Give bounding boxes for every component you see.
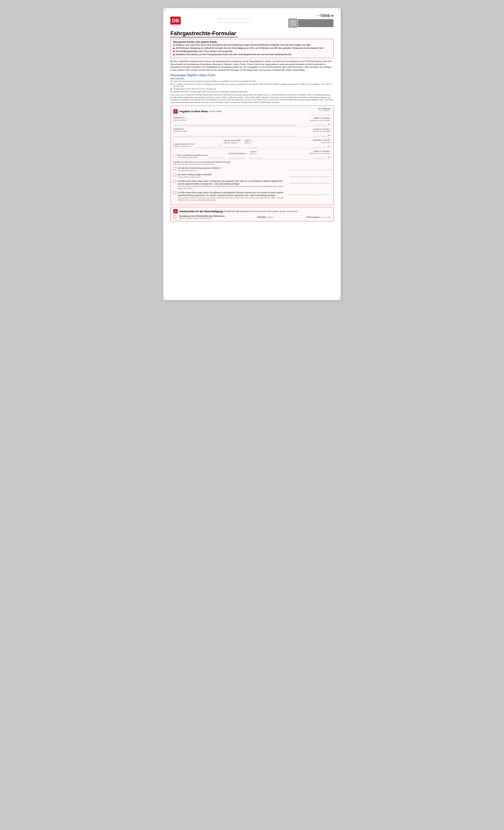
departure-label-de: Startbahnhof*	[174, 117, 297, 119]
section-2-num: 2	[174, 209, 178, 214]
cb1-station-5[interactable]	[323, 167, 330, 170]
form-title-de: Fahrgastrechte-Formular	[170, 30, 334, 37]
checkbox-row-2: Der letzte Umstieg erfolgte im Bahnhof M…	[174, 173, 330, 178]
cb2-station-2[interactable]	[297, 173, 305, 177]
divider-1	[174, 126, 330, 127]
checkbox-3-text-de: Ich habe meine Reise wegen dieser Verspä…	[178, 180, 287, 185]
cb3-station-2[interactable]	[297, 180, 305, 183]
payout-label-de: Auszahlung in der Verkaufsstelle oder Üb…	[179, 215, 224, 217]
arrival-time-group: Ankunft lt. Fahrplan*: Arrival as per ti…	[299, 128, 330, 136]
desc-de: Mit dem ausgefüllten Fahrgastrechte-Form…	[170, 60, 334, 71]
divider-4	[174, 159, 330, 160]
cb3-station-5[interactable]	[323, 180, 330, 183]
arrived-day-input[interactable]	[196, 144, 201, 148]
checkbox-1[interactable]	[174, 167, 176, 170]
departure-label-en: Departure station	[174, 119, 297, 121]
delay-time-label-en: Departure as per timetable*:	[310, 152, 330, 154]
cb4-station-4[interactable]	[314, 191, 322, 195]
header-top: DB ···TBNE⇒	[170, 13, 334, 28]
voucher-label-de: Gutschein	[257, 216, 266, 218]
cb4-station-1[interactable]	[289, 191, 297, 195]
cb4-station-5[interactable]	[323, 191, 330, 195]
section-2-title-en: Preferred compensation (please tick the …	[251, 210, 298, 213]
departure-station-input[interactable]	[174, 122, 297, 125]
arrived-year-input[interactable]	[209, 144, 216, 148]
checkbox-3-text-group: Ich habe meine Reise wegen dieser Verspä…	[178, 180, 287, 190]
arrived-month-input[interactable]	[203, 144, 208, 148]
en-bullet-icon-2: ■	[170, 88, 172, 90]
departure-time-label-en: Departure as per timetable*:	[310, 119, 330, 121]
cb1-station-4[interactable]	[314, 167, 322, 170]
cb2-station-4[interactable]	[314, 173, 322, 177]
arrival-label-de: Zielbahnhof*	[174, 128, 297, 130]
cb4-station-3[interactable]	[306, 191, 314, 195]
delay-time-minute-input[interactable]	[321, 155, 327, 158]
corner-decoration-tl	[164, 9, 166, 11]
header-input-field[interactable]	[219, 19, 250, 23]
delay-time-label-de: Abfahrt lt. Fahrplan*:	[313, 150, 330, 152]
cb3-station-1[interactable]	[289, 180, 297, 183]
info-block-de: Sehr geehrte Kundin, sehr geehrter Kunde…	[170, 39, 334, 58]
actual-arrival-minute-input[interactable]	[321, 144, 327, 148]
train-num-input[interactable]	[245, 144, 258, 148]
payout-row: Auszahlung in der Verkaufsstelle oder Üb…	[174, 215, 330, 219]
arrival-hour-input[interactable]	[313, 133, 319, 136]
date-month-field[interactable]	[317, 111, 322, 115]
cb3-station-4[interactable]	[314, 180, 322, 183]
departure-hour-input[interactable]	[313, 122, 319, 125]
db-logo: DB	[170, 17, 181, 25]
cb3-station-3[interactable]	[306, 180, 314, 183]
payout-checkbox[interactable]	[174, 216, 176, 219]
arrival-time-label-en: Arrival as per timetable*:	[312, 130, 330, 132]
voucher-label-en: Voucher	[267, 216, 273, 218]
date-year-field[interactable]	[324, 111, 330, 115]
cb1-station-1[interactable]	[289, 167, 297, 170]
cb4-station-2[interactable]	[297, 191, 305, 195]
checkbox-row-3: Ich habe meine Reise wegen dieser Verspä…	[174, 180, 330, 190]
en-bullet-icon-1: ■	[170, 83, 172, 85]
checkbox-3[interactable]	[174, 180, 176, 183]
arrival-minute-input[interactable]	[321, 133, 327, 136]
train-type-label-de: mit Zug: (ICE/IC/RE/	[224, 139, 241, 142]
delayed-train-checkbox[interactable]	[174, 155, 175, 158]
cb2-station-3[interactable]	[306, 173, 314, 177]
cb1-station-3[interactable]	[306, 167, 314, 170]
actual-arrival-hour-input[interactable]	[313, 144, 319, 148]
delay-train-type-input[interactable]	[228, 155, 244, 158]
cb2-station-1[interactable]	[289, 173, 297, 177]
form-page: DB ···TBNE⇒ Fahrgastrechte-Formular Sehr…	[163, 8, 341, 300]
section-1-title-en: Journey details	[209, 110, 222, 113]
date-day-field[interactable]	[311, 111, 316, 115]
delay-time-hour-input[interactable]	[313, 155, 319, 158]
cb1-station-2[interactable]	[297, 167, 305, 170]
cb2-station-5[interactable]	[323, 173, 330, 177]
arrived-checkbox-sm[interactable]	[218, 145, 220, 148]
corner-decoration-tr	[338, 9, 340, 11]
delay-train-num-input[interactable]	[250, 155, 262, 158]
barcode	[298, 19, 334, 27]
bullet-de-3: ■ Detaillierte Informationen zu Ihren Fa…	[173, 53, 331, 56]
required-note-en: *Required data	[320, 216, 330, 218]
section-1-title-de: Angaben zu Ihrer Reise	[179, 110, 208, 113]
checkbox-4[interactable]	[174, 191, 176, 194]
checkbox-1-station-fields	[289, 167, 330, 170]
checkbox-2[interactable]	[174, 173, 176, 176]
tbne-logo: ···TBNE⇒	[316, 13, 334, 18]
bullet-de-2: ■ Entschädigungsbeträge unter 4 Euro wer…	[173, 50, 331, 53]
greeting-de: Sehr geehrte Kundin, sehr geehrter Kunde…	[173, 41, 331, 43]
train-type-label-en: with train: RB/etc.)*:	[224, 142, 241, 144]
section-2-title-de: Gewünschte Art der Entschädigung	[179, 210, 223, 213]
section-1-journey: 1 Angaben zu Ihrer Reise Journey details…	[170, 105, 334, 205]
delayed-train-name-input[interactable]	[210, 154, 225, 158]
arrived-label-en: I arrived on (DD/MM/YY)	[174, 146, 195, 148]
arrived-date-fields: . .	[196, 144, 220, 148]
delay-num-label-en: train no.*:	[250, 153, 262, 155]
arrived-on-row: Angekommen bin ich am* I arrived on (DD/…	[174, 139, 330, 147]
english-sorry: We regret the inconvenience caused to yo…	[170, 80, 334, 82]
delay-num-label-de: Zug-Nr.*:	[250, 150, 262, 153]
date-label-de: am (TT.MM.JJ)*	[318, 108, 331, 110]
payout-label-en: Payment at point of sale or by bank tran…	[179, 217, 224, 219]
departure-minute-input[interactable]	[321, 122, 327, 125]
arrival-station-input[interactable]	[174, 133, 297, 136]
train-type-input[interactable]	[224, 144, 241, 148]
